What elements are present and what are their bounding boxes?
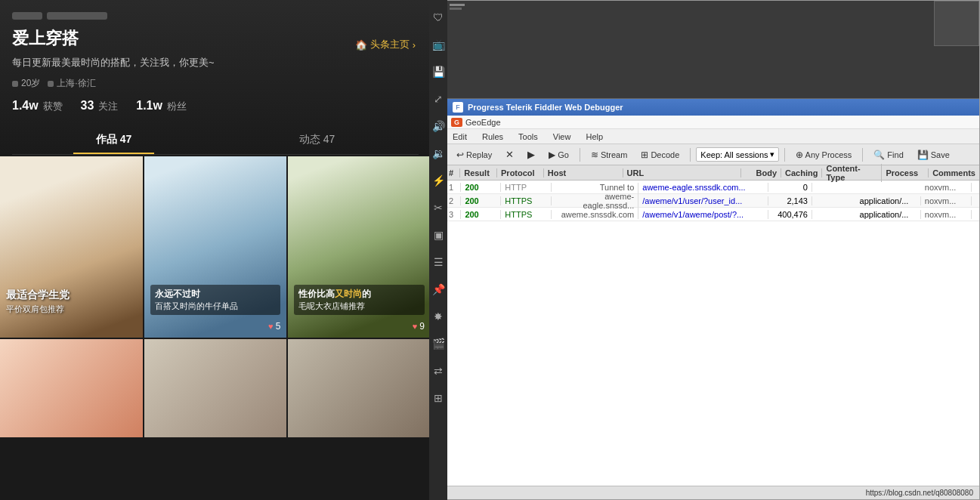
grid-item-6[interactable] bbox=[288, 339, 431, 437]
col-process[interactable]: Process bbox=[882, 168, 929, 177]
col-caching[interactable]: Caching bbox=[781, 168, 822, 177]
toolbar-flash-icon[interactable]: ⚡ bbox=[430, 172, 447, 189]
likes-stat: 1.4w 获赞 bbox=[12, 99, 63, 113]
find-icon: 🔍 bbox=[873, 150, 885, 160]
table-row[interactable]: 1 200 HTTP Tunnel to aweme-eagle.snssdk.… bbox=[447, 181, 979, 194]
col-comments[interactable]: Comments bbox=[929, 168, 979, 177]
following-stat: 33 关注 bbox=[81, 99, 119, 113]
replay-icon: ↩ bbox=[456, 150, 464, 160]
find-button[interactable]: 🔍 Find bbox=[868, 147, 908, 162]
cross-button[interactable]: ✕ bbox=[500, 147, 519, 162]
grid-item-3-label: 性价比高又时尚的 毛呢大衣店铺推荐 bbox=[294, 285, 425, 315]
preview-thumbnail bbox=[934, 1, 979, 46]
age-tag: 20岁 bbox=[12, 77, 40, 90]
menu-rules[interactable]: Rules bbox=[479, 131, 506, 142]
toolbar-menu-icon[interactable]: ☰ bbox=[430, 254, 447, 270]
grid-item-1[interactable]: 最适合学生党平价双肩包推荐 bbox=[0, 156, 143, 338]
side-toolbar: 🛡 📺 💾 ⤢ 🔊 🔉 ⚡ ✂ ▣ ☰ 📌 ✸ 🎬 ⇄ ⊞ bbox=[429, 0, 447, 500]
separator-2 bbox=[690, 148, 691, 162]
grid-item-4[interactable] bbox=[0, 339, 143, 437]
toolbar-video-icon[interactable]: 🎬 bbox=[430, 335, 447, 352]
col-result[interactable]: Result bbox=[460, 168, 497, 177]
toolbar-scissors-icon[interactable]: ✂ bbox=[430, 199, 447, 216]
geoedge-logo: G bbox=[451, 118, 462, 127]
table-row[interactable]: 3 200 HTTPS aweme.snssdk.com /aweme/v1/a… bbox=[447, 208, 979, 221]
toolbar-add-icon[interactable]: ⊞ bbox=[430, 390, 447, 406]
process-icon: ⊕ bbox=[796, 150, 803, 160]
status-url: https://blog.csdn.net/q80808080 bbox=[866, 489, 973, 497]
name-placeholder bbox=[47, 12, 107, 20]
profile-bio: 每日更新最美最时尚的搭配，关注我，你更美~ bbox=[12, 56, 419, 69]
col-body[interactable]: Body bbox=[741, 168, 781, 177]
dropdown-arrow: ▾ bbox=[770, 150, 774, 159]
toolbar-layers-icon[interactable]: ▣ bbox=[430, 227, 447, 243]
col-protocol[interactable]: Protocol bbox=[497, 168, 544, 177]
grid-item-3[interactable]: 性价比高又时尚的 毛呢大衣店铺推荐 ♥ 9 bbox=[288, 156, 431, 338]
grid-item-3-likes: ♥ 9 bbox=[413, 321, 425, 332]
toolbar-star-icon[interactable]: ✸ bbox=[430, 308, 447, 325]
preview-icons bbox=[447, 1, 469, 23]
fiddler-statusbar: https://blog.csdn.net/q80808080 bbox=[447, 486, 979, 499]
separator-4 bbox=[862, 148, 863, 162]
decode-icon: ⊞ bbox=[641, 150, 648, 160]
fiddler-preview-area bbox=[447, 1, 979, 99]
save-icon: 💾 bbox=[917, 150, 929, 160]
toolbar-save-icon[interactable]: 💾 bbox=[430, 63, 447, 80]
separator-3 bbox=[784, 148, 785, 162]
avatar-placeholder bbox=[12, 12, 42, 20]
save-button[interactable]: 💾 Save bbox=[912, 147, 955, 162]
image-grid: 最适合学生党平价双肩包推荐 永远不过时 百搭又时尚的牛仔单品 ♥ 5 性价比高又… bbox=[0, 156, 431, 437]
go-button[interactable]: ▶ Go bbox=[543, 147, 574, 162]
any-process-button[interactable]: ⊕ Any Process bbox=[790, 147, 858, 162]
tab-works[interactable]: 作品 47 bbox=[12, 125, 215, 154]
toolbar-tv-icon[interactable]: 📺 bbox=[430, 36, 447, 53]
fiddler-toolbar: ↩ Replay ✕ ▶ ▶ Go ≋ Stream ⊞ Decode Keep… bbox=[447, 144, 979, 165]
toolbar-shield-icon[interactable]: 🛡 bbox=[430, 9, 447, 26]
toolbar-volume-icon[interactable]: 🔉 bbox=[430, 145, 447, 162]
toolbar-arrows-icon[interactable]: ⇄ bbox=[430, 363, 447, 379]
toolbar-pin-icon[interactable]: 📌 bbox=[430, 281, 447, 298]
fiddler-titlebar: F Progress Telerik Fiddler Web Debugger bbox=[447, 99, 979, 116]
separator-1 bbox=[580, 148, 580, 162]
menu-tools[interactable]: Tools bbox=[515, 131, 541, 142]
toolbar-expand-icon[interactable]: ⤢ bbox=[430, 91, 447, 107]
fiddler-panel: F Progress Telerik Fiddler Web Debugger … bbox=[446, 0, 980, 500]
table-row[interactable]: 2 200 HTTPS aweme-eagle.snssd... /aweme/… bbox=[447, 194, 979, 208]
grid-item-5[interactable] bbox=[144, 339, 287, 437]
fiddler-menubar: Edit Rules Tools View Help bbox=[447, 129, 979, 144]
toolbar-speaker-icon[interactable]: 🔊 bbox=[430, 118, 447, 134]
fiddler-title: Progress Telerik Fiddler Web Debugger bbox=[468, 103, 623, 112]
profile-stats: 1.4w 获赞 33 关注 1.1w 粉丝 bbox=[12, 99, 419, 113]
decode-button[interactable]: ⊞ Decode bbox=[635, 147, 685, 162]
stream-icon: ≋ bbox=[591, 150, 598, 160]
homepage-button[interactable]: 🏠 头条主页 › bbox=[355, 38, 416, 51]
stream-button[interactable]: ≋ Stream bbox=[586, 147, 632, 162]
chevron-right-icon: › bbox=[413, 39, 416, 51]
fiddler-column-headers: # Result Protocol Host URL Body Caching … bbox=[447, 165, 979, 181]
geoedge-label: GeoEdge bbox=[465, 118, 500, 127]
menu-help[interactable]: Help bbox=[583, 131, 606, 142]
keep-dropdown[interactable]: Keep: All sessions ▾ bbox=[696, 147, 778, 162]
menu-view[interactable]: View bbox=[550, 131, 574, 142]
tab-dynamic[interactable]: 动态 47 bbox=[215, 125, 419, 154]
col-content-type[interactable]: Content-Type bbox=[822, 164, 882, 182]
grid-item-1-label: 最适合学生党平价双肩包推荐 bbox=[6, 289, 70, 315]
replay-button[interactable]: ↩ Replay bbox=[451, 147, 497, 162]
col-host[interactable]: Host bbox=[544, 168, 623, 177]
grid-item-2-likes: ♥ 5 bbox=[268, 321, 280, 332]
fiddler-app-icon: F bbox=[453, 102, 463, 113]
homepage-icon: 🏠 bbox=[355, 39, 367, 51]
fiddler-rows: 1 200 HTTP Tunnel to aweme-eagle.snssdk.… bbox=[447, 181, 979, 221]
col-url[interactable]: URL bbox=[623, 168, 741, 177]
grid-item-2-label: 永远不过时 百搭又时尚的牛仔单品 bbox=[150, 285, 281, 315]
profile-tabs: 作品 47 动态 47 bbox=[12, 125, 419, 155]
col-hash: # bbox=[447, 168, 460, 177]
grid-item-2[interactable]: 永远不过时 百搭又时尚的牛仔单品 ♥ 5 bbox=[144, 156, 287, 338]
profile-header: 爱上穿搭 🏠 头条主页 › 每日更新最美最时尚的搭配，关注我，你更美~ 20岁 … bbox=[0, 0, 431, 155]
play-button[interactable]: ▶ bbox=[522, 147, 540, 162]
followers-stat: 1.1w 粉丝 bbox=[136, 99, 187, 113]
location-tag: 上海·徐汇 bbox=[48, 77, 95, 90]
menu-edit[interactable]: Edit bbox=[450, 131, 470, 142]
left-panel: 爱上穿搭 🏠 头条主页 › 每日更新最美最时尚的搭配，关注我，你更美~ 20岁 … bbox=[0, 0, 431, 500]
profile-avatar-row bbox=[12, 12, 419, 20]
